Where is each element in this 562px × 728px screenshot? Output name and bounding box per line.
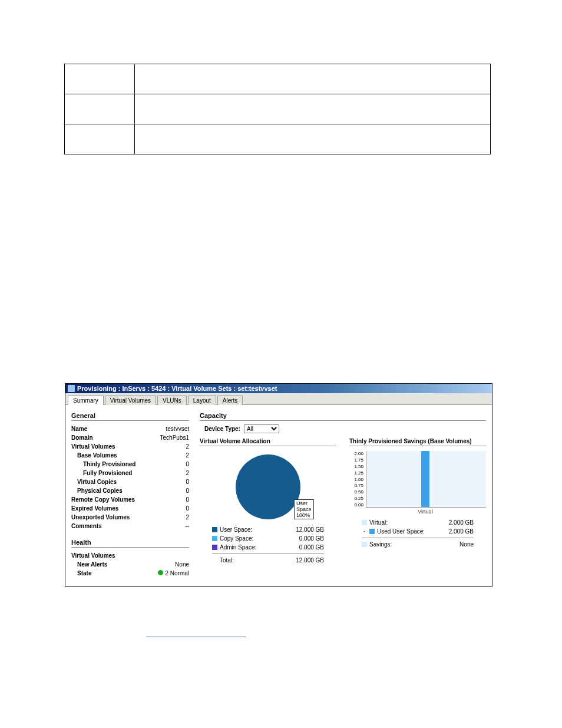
y-tick: 0.00	[349, 502, 363, 508]
thin-savings-chart: 2.00 1.75 1.50 1.25 1.00 0.75 0.50 0.25 …	[349, 451, 486, 515]
physical-copies-value: 0	[186, 486, 189, 495]
y-tick: 2.00	[349, 451, 363, 456]
physical-copies-label: Physical Copies	[71, 486, 123, 495]
footer-rule	[146, 637, 246, 637]
copy-space-value: 0.000 GB	[283, 534, 324, 543]
fully-provisioned-value: 2	[186, 469, 189, 477]
y-tick: 1.25	[349, 470, 363, 476]
tab-alerts[interactable]: Alerts	[217, 396, 243, 405]
tab-vluns[interactable]: VLUNs	[157, 396, 187, 405]
plot-area: Virtual	[366, 451, 486, 508]
allocation-legend: User Space:12.000 GB Copy Space:0.000 GB…	[212, 525, 324, 565]
copy-space-swatch-icon	[212, 536, 217, 541]
admin-space-swatch-icon	[212, 545, 217, 550]
y-tick: 0.25	[349, 496, 363, 501]
remote-copy-label: Remote Copy Volumes	[71, 495, 135, 504]
y-tick: 1.00	[349, 477, 363, 482]
y-tick: 0.50	[349, 489, 363, 495]
general-column: General Nametestvvset DomainTechPubs1 Vi…	[71, 410, 189, 578]
name-label: Name	[71, 424, 87, 433]
virtual-copies-label: Virtual Copies	[71, 477, 117, 486]
thin-savings-block: Thinly Provisioned Savings (Base Volumes…	[349, 438, 486, 565]
user-space-swatch-icon	[212, 527, 217, 532]
pie-user-space	[236, 454, 300, 519]
total-label: Total:	[220, 556, 283, 565]
new-alerts-label: New Alerts	[71, 560, 107, 569]
y-tick: 0.75	[349, 483, 363, 488]
window-titlebar: Provisioning : InServs : 5424 : Virtual …	[65, 384, 492, 393]
state-value: 2 Normal	[165, 570, 189, 577]
comments-value: --	[185, 522, 189, 531]
virtual-bar	[421, 451, 429, 507]
unexported-volumes-value: 2	[186, 513, 189, 522]
name-value: testvvset	[166, 424, 189, 433]
domain-label: Domain	[71, 433, 93, 442]
tab-layout[interactable]: Layout	[188, 396, 216, 405]
provisioning-window: Provisioning : InServs : 5424 : Virtual …	[65, 383, 492, 587]
thinly-provisioned-value: 0	[186, 460, 189, 469]
used-swatch-icon	[369, 529, 375, 534]
y-tick: 1.50	[349, 464, 363, 469]
expired-volumes-label: Expired Volumes	[71, 504, 118, 513]
health-vv-title: Virtual Volumes	[71, 551, 115, 560]
y-tick: 1.75	[349, 457, 363, 463]
savings-label: Savings:	[369, 540, 432, 549]
thinly-provisioned-label: Thinly Provisioned	[71, 460, 135, 469]
allocation-pie-chart: UserSpace100%	[200, 451, 336, 525]
admin-space-label: Admin Space:	[220, 543, 283, 552]
volume-allocation-block: Virtual Volume Allocation UserSpace100% …	[200, 438, 336, 565]
user-space-label: User Space:	[220, 525, 283, 534]
thin-savings-legend: Virtual:2.000 GB -Used User Space:2.000 …	[362, 518, 474, 549]
used-value: 2.000 GB	[432, 527, 474, 536]
tab-virtual-volumes[interactable]: Virtual Volumes	[105, 396, 156, 405]
new-alerts-value: None	[175, 560, 189, 569]
state-value-cell: 2 Normal	[158, 569, 189, 578]
user-space-value: 12.000 GB	[283, 525, 324, 534]
remote-copy-value: 0	[186, 495, 189, 504]
vv-value: 2	[186, 442, 189, 451]
status-normal-icon	[158, 570, 163, 575]
volume-allocation-title: Virtual Volume Allocation	[200, 438, 336, 446]
virtual-swatch-icon	[362, 520, 367, 525]
capacity-column: Capacity Device Type: All Virtual Volume…	[200, 410, 486, 578]
copy-space-label: Copy Space:	[220, 534, 283, 543]
virtual-value: 2.000 GB	[432, 518, 474, 527]
x-axis-label: Virtual	[418, 509, 432, 515]
window-title: Provisioning : InServs : 5424 : Virtual …	[77, 385, 277, 392]
health-title: Health	[71, 539, 189, 548]
total-value: 12.000 GB	[283, 556, 324, 565]
virtual-copies-value: 0	[186, 477, 189, 486]
minus-icon: -	[362, 527, 367, 536]
admin-space-value: 0.000 GB	[283, 543, 324, 552]
domain-value: TechPubs1	[160, 433, 189, 442]
fully-provisioned-label: Fully Provisioned	[71, 469, 132, 477]
used-label: Used User Space:	[377, 527, 432, 536]
summary-pane: General Nametestvvset DomainTechPubs1 Vi…	[65, 405, 492, 586]
comments-label: Comments	[71, 522, 102, 531]
unexported-volumes-label: Unexported Volumes	[71, 513, 130, 522]
pie-label: UserSpace100%	[294, 499, 314, 519]
device-type-label: Device Type:	[204, 426, 240, 432]
device-type-row: Device Type: All	[204, 424, 486, 433]
capacity-title: Capacity	[200, 412, 486, 421]
savings-value: None	[432, 540, 474, 549]
detail-tabs: Summary Virtual Volumes VLUNs Layout Ale…	[65, 393, 492, 405]
window-icon	[68, 385, 75, 392]
empty-grid	[64, 64, 491, 154]
state-label: State	[71, 569, 91, 578]
vv-label: Virtual Volumes	[71, 442, 115, 451]
general-title: General	[71, 412, 189, 421]
savings-swatch-icon	[362, 542, 367, 547]
tab-summary[interactable]: Summary	[68, 396, 104, 405]
virtual-label: Virtual:	[369, 518, 432, 527]
expired-volumes-value: 0	[186, 504, 189, 513]
base-volumes-value: 2	[186, 451, 189, 460]
device-type-select[interactable]: All	[244, 424, 279, 433]
thin-savings-title: Thinly Provisioned Savings (Base Volumes…	[349, 438, 486, 446]
base-volumes-label: Base Volumes	[71, 451, 117, 460]
y-axis: 2.00 1.75 1.50 1.25 1.00 0.75 0.50 0.25 …	[349, 451, 363, 515]
